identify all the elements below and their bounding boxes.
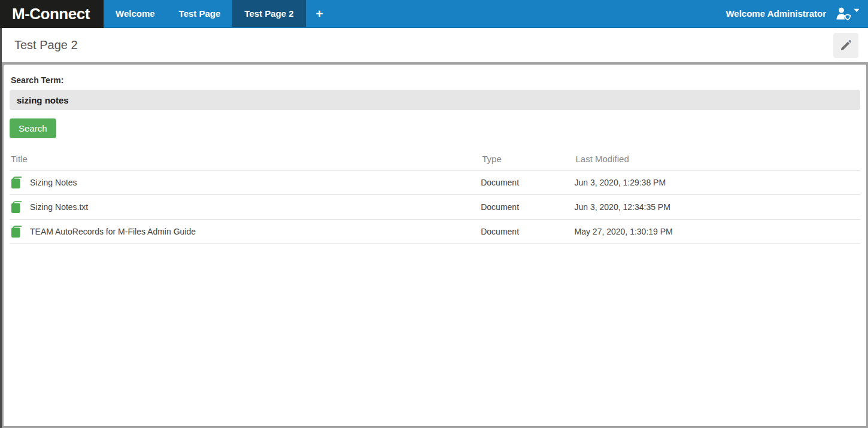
results-table-header: Title Type Last Modified [10, 150, 860, 171]
nav-tabs: WelcomeTest PageTest Page 2 [104, 0, 306, 27]
result-title-cell: TEAM AutoRecords for M-Files Admin Guide [10, 225, 481, 238]
results-table: Title Type Last Modified Sizing NotesDoc… [10, 150, 860, 244]
result-last-modified: Jun 3, 2020, 12:34:35 PM [575, 195, 860, 220]
result-type: Document [481, 171, 574, 195]
search-input[interactable] [10, 90, 860, 110]
user-menu-button[interactable] [836, 7, 860, 21]
column-header-last-modified: Last Modified [575, 150, 860, 171]
table-row[interactable]: Sizing Notes.txtDocumentJun 3, 2020, 12:… [10, 195, 860, 220]
result-last-modified: Jun 3, 2020, 1:29:38 PM [575, 171, 860, 195]
result-title-cell: Sizing Notes [10, 176, 481, 189]
table-row[interactable]: TEAM AutoRecords for M-Files Admin Guide… [10, 220, 860, 244]
nav-tab-test-page[interactable]: Test Page [167, 0, 233, 27]
nav-tab-welcome[interactable]: Welcome [104, 0, 167, 27]
pencil-icon [840, 39, 852, 51]
user-shield-icon [836, 7, 852, 21]
column-header-type: Type [481, 150, 574, 171]
document-icon [11, 200, 22, 214]
user-greeting: Welcome Administrator [726, 8, 826, 19]
add-tab-button[interactable]: + [306, 0, 333, 27]
brand-logo[interactable]: M-Connect [0, 0, 104, 28]
search-term-label: Search Term: [11, 75, 860, 85]
plus-icon: + [316, 7, 323, 21]
column-header-title: Title [10, 150, 481, 171]
edit-page-button[interactable] [833, 33, 858, 58]
search-button[interactable]: Search [10, 118, 56, 138]
nav-tab-test-page-2[interactable]: Test Page 2 [232, 0, 305, 27]
result-type: Document [481, 220, 574, 244]
table-row[interactable]: Sizing NotesDocumentJun 3, 2020, 1:29:38… [10, 171, 860, 195]
result-last-modified: May 27, 2020, 1:30:19 PM [575, 220, 860, 244]
document-icon [11, 176, 22, 189]
results-table-body: Sizing NotesDocumentJun 3, 2020, 1:29:38… [10, 171, 860, 244]
result-title: TEAM AutoRecords for M-Files Admin Guide [30, 227, 196, 236]
navbar-user-area: Welcome Administrator [726, 0, 868, 27]
caret-down-icon [854, 8, 860, 13]
result-title: Sizing Notes [30, 178, 77, 187]
page-header: Test Page 2 [2, 28, 868, 62]
navbar-spacer [333, 0, 726, 27]
content-frame: Search Term: Search Title Type Last Modi… [2, 62, 868, 428]
document-icon [11, 225, 22, 238]
top-navbar: M-Connect WelcomeTest PageTest Page 2 + … [0, 0, 868, 28]
result-title: Sizing Notes.txt [30, 202, 88, 212]
result-title-cell: Sizing Notes.txt [10, 200, 481, 214]
result-type: Document [481, 195, 574, 220]
page-title: Test Page 2 [14, 38, 833, 52]
page-body: Test Page 2 Search Term: Search Title Ty… [0, 28, 868, 428]
